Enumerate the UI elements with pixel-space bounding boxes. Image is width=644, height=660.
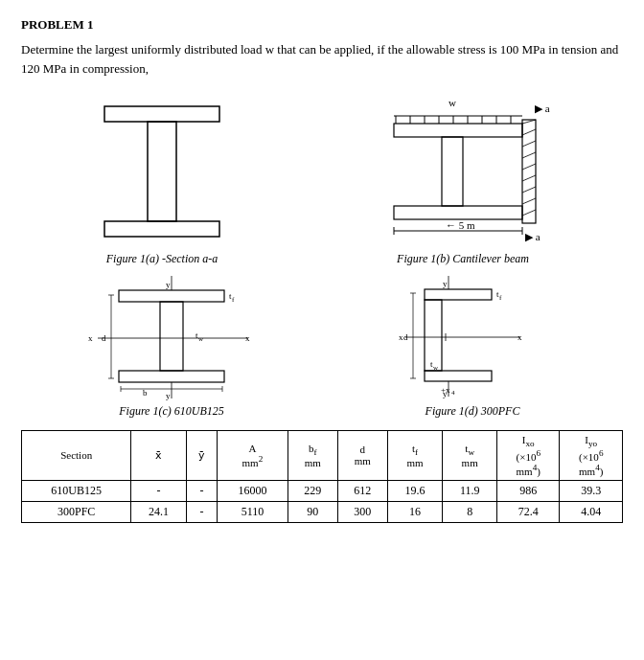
svg-rect-15 <box>394 124 522 137</box>
col-ybar: ȳ <box>186 431 217 481</box>
col-iyo: Iyo(×106mm4) <box>560 431 623 481</box>
svg-text:x: x <box>518 332 522 342</box>
cell-xbar-2: 24.1 <box>131 501 186 522</box>
col-ixo: Ixo(×106mm4) <box>497 431 560 481</box>
svg-rect-2 <box>104 221 219 237</box>
cell-bf-1: 229 <box>288 480 337 501</box>
svg-text:▶ a: ▶ a <box>525 231 540 242</box>
fig1c-caption: Figure 1(c) 610UB125 <box>119 404 224 419</box>
cell-section-1: 610UB125 <box>22 480 131 501</box>
cell-ixo-2: 72.4 <box>497 501 560 522</box>
cell-bf-2: 90 <box>288 501 337 522</box>
svg-text:f: f <box>499 294 502 302</box>
cell-area-1: 16000 <box>218 480 288 501</box>
svg-rect-36 <box>160 302 183 371</box>
problem-title: PROBLEM 1 <box>21 17 623 33</box>
svg-text:w: w <box>448 97 456 108</box>
cell-iyo-1: 39.3 <box>560 480 623 501</box>
svg-rect-0 <box>104 106 219 122</box>
cell-area-2: 5110 <box>218 501 288 522</box>
section-detail-svg: y x x y d b t f <box>80 276 263 400</box>
cell-xbar-1: - <box>131 480 186 501</box>
svg-line-25 <box>522 187 536 193</box>
svg-line-23 <box>522 164 536 170</box>
svg-rect-37 <box>119 371 224 382</box>
svg-text:▶ a: ▶ a <box>535 102 550 114</box>
cell-d-2: 300 <box>337 501 387 522</box>
col-d: dmm <box>337 431 387 481</box>
svg-text:f: f <box>232 296 235 304</box>
cell-section-2: 300PFC <box>22 501 131 522</box>
cell-d-1: 612 <box>337 480 387 501</box>
svg-line-22 <box>522 152 536 158</box>
figure-1b-container: w ▶ a <box>367 95 559 266</box>
svg-rect-17 <box>394 206 522 219</box>
svg-text:x: x <box>88 333 93 343</box>
svg-text:y: y <box>166 280 171 289</box>
svg-text:x: x <box>245 333 250 343</box>
svg-line-20 <box>522 129 536 135</box>
svg-rect-57 <box>425 289 492 300</box>
col-tf: tfmm <box>387 431 442 481</box>
cell-tw-2: 8 <box>443 501 497 522</box>
fig1d-caption: Figure 1(d) 300PFC <box>426 404 520 419</box>
svg-text:y: y <box>166 391 171 400</box>
cell-ybar-1: - <box>186 480 217 501</box>
table-row-300pfc: 300PFC 24.1 - 5110 90 300 16 8 72.4 4.04 <box>22 501 623 522</box>
svg-rect-1 <box>148 122 176 221</box>
section-properties-table: Section x̄ ȳ Amm2 bfmm dmm tfmm twmm Ixo… <box>21 430 623 523</box>
pfc-svg: y x x y d t f t w <box>396 276 549 400</box>
svg-rect-16 <box>442 137 463 206</box>
cell-tf-2: 16 <box>387 501 442 522</box>
cell-tw-1: 11.9 <box>443 480 497 501</box>
col-bf: bfmm <box>288 431 337 481</box>
col-section: Section <box>22 431 131 481</box>
svg-line-21 <box>522 141 536 147</box>
col-tw: twmm <box>443 431 497 481</box>
svg-rect-35 <box>119 290 224 302</box>
fig1b-caption: Figure 1(b) Cantilever beam <box>397 252 529 266</box>
figure-1a-container: Figure 1(a) -Section a-a <box>85 95 239 266</box>
figure-1c-container: y x x y d b t f <box>76 276 267 419</box>
svg-line-27 <box>522 210 536 216</box>
svg-text:d: d <box>403 332 408 342</box>
col-area: Amm2 <box>218 431 288 481</box>
svg-text:d: d <box>102 333 106 343</box>
svg-rect-18 <box>522 120 536 223</box>
cell-tf-1: 19.6 <box>387 480 442 501</box>
svg-line-26 <box>522 198 536 204</box>
svg-text:y: y <box>443 279 448 288</box>
svg-text:4: 4 <box>451 389 455 397</box>
ibeam-svg <box>95 95 229 248</box>
cell-ybar-2: - <box>186 501 217 522</box>
svg-rect-58 <box>425 300 442 371</box>
fig1a-caption: Figure 1(a) -Section a-a <box>106 252 218 266</box>
problem-description: Determine the largest uniformly distribu… <box>21 40 623 78</box>
col-xbar: x̄ <box>131 431 186 481</box>
svg-line-24 <box>522 175 536 181</box>
table-row-610ub125: 610UB125 - - 16000 229 612 19.6 11.9 986… <box>22 480 623 501</box>
svg-text:← 5 m: ← 5 m <box>446 219 475 231</box>
cantilever-svg: w ▶ a <box>367 95 559 248</box>
svg-rect-59 <box>425 371 492 381</box>
cell-iyo-2: 4.04 <box>560 501 623 522</box>
svg-text:b: b <box>143 388 148 398</box>
cell-ixo-1: 986 <box>497 480 560 501</box>
figure-1d-container: y x x y d t f t w <box>377 276 568 419</box>
svg-text:w: w <box>198 335 204 343</box>
svg-text:+x: +x <box>441 385 450 395</box>
